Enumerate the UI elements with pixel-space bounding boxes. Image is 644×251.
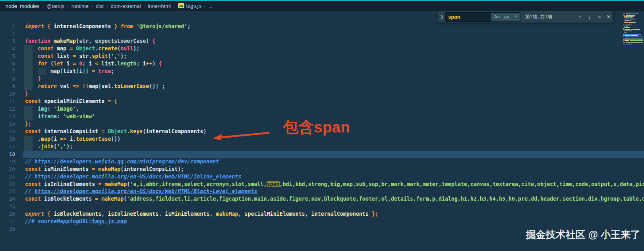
line-number[interactable]: 10 [0, 90, 15, 98]
code-line[interactable]: 3function makeMap(str, expectsLowerCase)… [0, 38, 644, 45]
find-expand-chevron-icon[interactable]: ❯ [438, 14, 445, 19]
line-number[interactable]: 5 [0, 53, 15, 60]
line-number[interactable]: 11 [0, 98, 15, 105]
code-line[interactable]: 23// https://developer.mozilla.org/en-US… [0, 188, 644, 195]
code-token [25, 83, 38, 89]
breadcrumb-item[interactable]: dom-external [111, 3, 141, 9]
code-token [369, 211, 372, 217]
code-token [41, 181, 44, 187]
line-number[interactable]: 1 [0, 23, 15, 31]
code-token: } [38, 76, 41, 82]
minimap-segment [625, 25, 630, 25]
find-input[interactable] [446, 13, 491, 21]
breadcrumb-item[interactable]: node_modules [6, 3, 39, 9]
line-number[interactable]: 19 [0, 158, 15, 166]
breadcrumb-file[interactable]: tags.js [186, 3, 201, 9]
find-widget: ❯ Aa ab .* 第?项, 共1项 ↑ ↓ ≡ ✕ [438, 11, 614, 23]
code-line[interactable]: 14}; [0, 121, 644, 128]
breadcrumb-item[interactable]: dist [96, 3, 104, 9]
code-line[interactable]: 15const internalCompsList = Object.keys(… [0, 128, 644, 136]
minimap-segment [634, 29, 640, 30]
code-line[interactable]: 6 for (let i = 0; i < list.length; i++) … [0, 60, 644, 68]
code-token [25, 76, 38, 82]
code-token: i [66, 61, 70, 67]
line-number[interactable]: 6 [0, 60, 15, 68]
breadcrumb-item[interactable]: runtime [72, 3, 89, 9]
line-number[interactable]: 7 [0, 68, 15, 75]
line-number[interactable]: 20 [0, 166, 15, 173]
line-number[interactable]: 15 [0, 128, 15, 136]
breadcrumb-symbol-ellipsis[interactable]: ... [208, 3, 213, 9]
code-token: makeMap [104, 181, 127, 187]
code-line[interactable]: 1import { internalComponents } from '@ta… [0, 23, 644, 31]
code-token: https://developer.mozilla.org/en-US/docs… [35, 174, 241, 180]
line-number[interactable]: 12 [0, 105, 15, 113]
code-line[interactable]: 13 iframe: 'web-view' [0, 113, 644, 121]
find-in-selection-icon[interactable]: ≡ [594, 14, 604, 20]
code-line[interactable]: 9 return val => !!map[val.toLowerCase()]… [0, 83, 644, 90]
match-case-toggle-icon[interactable]: Aa [493, 14, 501, 20]
line-number[interactable]: 13 [0, 113, 15, 121]
minimap-line [623, 21, 643, 22]
code-line[interactable]: 22const isInlineElements = makeMap('a,i,… [0, 181, 644, 188]
code-line[interactable]: 4 const map = Object.create(null); [0, 45, 644, 53]
line-number[interactable]: 26 [0, 211, 15, 218]
regex-toggle-icon[interactable]: .* [512, 14, 518, 20]
code-token: , [209, 211, 216, 217]
code-line[interactable]: 8 } [0, 75, 644, 83]
code-line[interactable]: 7 map[list[i]] = true; [0, 68, 644, 75]
next-match-arrow-icon[interactable]: ↓ [585, 14, 594, 20]
code-line[interactable]: 2 [0, 30, 644, 38]
code-line[interactable]: 10} [0, 90, 644, 98]
code-area[interactable]: 1import { internalComponents } from '@ta… [0, 23, 644, 234]
code-token [54, 46, 57, 52]
code-line[interactable]: 18 [0, 151, 644, 158]
line-number[interactable]: 25 [0, 203, 15, 211]
code-token: { [152, 38, 155, 44]
line-number[interactable]: 17 [0, 143, 15, 151]
code-line[interactable]: 26export { isBlockElements, isInlineElem… [0, 211, 644, 218]
line-number[interactable]: 18 [0, 151, 15, 158]
line-number[interactable]: 8 [0, 75, 15, 83]
code-line[interactable]: 27//# sourceMappingURL=tags.js.map [0, 218, 644, 226]
line-number[interactable]: 22 [0, 181, 15, 188]
line-number[interactable]: 9 [0, 83, 15, 90]
code-token: i [54, 136, 57, 142]
whole-word-toggle-icon[interactable]: ab [502, 14, 511, 20]
line-number[interactable]: 24 [0, 195, 15, 203]
previous-match-arrow-icon[interactable]: ↑ [575, 14, 585, 20]
code-editor[interactable]: 1import { internalComponents } from '@ta… [0, 11, 644, 251]
breadcrumb-item[interactable]: @tarojs [46, 3, 64, 9]
breadcrumb-item[interactable]: inner-html [148, 3, 171, 9]
code-line[interactable]: 5 const list = str.split(','); [0, 53, 644, 60]
code-line[interactable]: 17 .join(','); [0, 143, 644, 151]
code-token: . [73, 136, 76, 142]
line-number[interactable]: 4 [0, 45, 15, 53]
code-token: 'image' [54, 106, 76, 112]
line-number[interactable]: 28 [0, 226, 15, 233]
code-line[interactable]: 16 .map(i => i.toLowerCase()) [0, 136, 644, 143]
code-token [25, 113, 38, 119]
code-line[interactable]: 25 [0, 203, 644, 211]
code-token: = [92, 68, 95, 74]
minimap-segment [625, 40, 629, 41]
line-number[interactable]: 2 [0, 30, 15, 38]
minimap-line [623, 44, 643, 44]
code-line[interactable]: 19// https://developers.weixin.qq.com/mi… [0, 158, 644, 166]
line-number[interactable]: 23 [0, 188, 15, 195]
code-line[interactable]: 28 [0, 226, 644, 233]
minimap-line [623, 40, 643, 41]
code-line[interactable]: 24const isBlockElements = makeMap('addre… [0, 195, 644, 203]
code-line[interactable]: 21// https://developer.mozilla.org/en-US… [0, 173, 644, 181]
code-token [92, 196, 95, 202]
code-line[interactable]: 11const specialMiniElements = { [0, 98, 644, 105]
line-number[interactable]: 14 [0, 121, 15, 128]
close-icon[interactable]: ✕ [604, 14, 613, 20]
minimap[interactable] [623, 13, 643, 251]
code-line[interactable]: 12 img: 'image', [0, 105, 644, 113]
line-number[interactable]: 3 [0, 38, 15, 45]
line-number[interactable]: 21 [0, 173, 15, 181]
line-number[interactable]: 27 [0, 218, 15, 226]
code-line[interactable]: 20const isMiniElements = makeMap(interna… [0, 166, 644, 173]
line-number[interactable]: 16 [0, 136, 15, 143]
